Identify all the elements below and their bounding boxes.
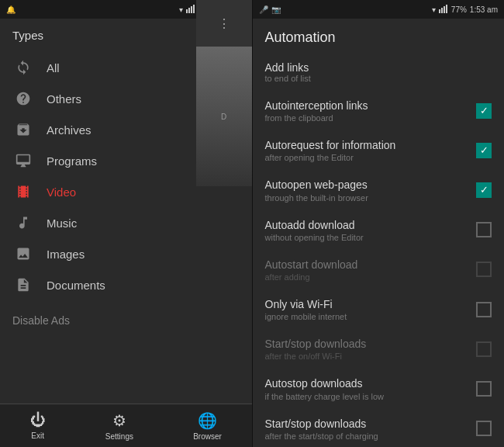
notification-icon: 🔔 [6, 5, 16, 14]
sidebar-item-documents-label: Documents [47, 279, 240, 292]
startstop-wifi-text: Start/stop downloads after the on/off Wi… [265, 337, 471, 361]
startstop-charge-text: Start/stop downloads after the start/sto… [265, 417, 471, 441]
autostart-sub: after adding [265, 272, 471, 282]
disable-ads[interactable]: Disable Ads [0, 303, 252, 338]
photo-icon: 📷 [271, 5, 281, 14]
svg-rect-1 [188, 8, 190, 13]
onlywifi-checkbox[interactable] [476, 302, 492, 317]
autostop-sub: if the battery charge level is low [265, 392, 471, 401]
settings-label: Settings [105, 432, 133, 441]
settings-button[interactable]: ⚙ Settings [105, 411, 133, 441]
startstop-wifi-checkbox [476, 341, 492, 357]
onlywifi-text: Only via Wi-Fi ignore mobile internet [265, 297, 471, 321]
onlywifi-item[interactable]: Only via Wi-Fi ignore mobile internet [253, 289, 505, 329]
autostart-item: Autostart download after adding [253, 250, 505, 289]
autoadd-label: Autoadd download [265, 218, 471, 232]
autointerception-checkbox[interactable] [476, 103, 492, 119]
autointerception-item[interactable]: Autointerception links from the clipboar… [253, 91, 505, 130]
startstop-charge-label: Start/stop downloads [265, 417, 471, 431]
autorequest-label: Autorequest for information [265, 138, 471, 152]
wifi-icon: ▾ [179, 5, 183, 14]
video-icon [12, 184, 34, 199]
question-icon [12, 91, 34, 106]
autoadd-checkbox[interactable] [476, 222, 492, 237]
autostop-label: Autostop downloads [265, 376, 471, 390]
startstop-wifi-sub: after the on/off Wi-Fi [265, 352, 471, 361]
autostart-text: Autostart download after adding [265, 258, 471, 282]
exit-label: Exit [31, 431, 44, 440]
svg-rect-3 [193, 5, 195, 13]
right-signal-icon [439, 4, 448, 15]
svg-rect-6 [444, 6, 445, 13]
add-links-label: Add links [265, 61, 492, 74]
autointerception-text: Autointerception links from the clipboar… [265, 99, 471, 123]
sidebar-item-video-label: Video [47, 185, 240, 199]
autostop-item[interactable]: Autostop downloads if the battery charge… [253, 369, 505, 408]
svg-rect-5 [441, 8, 443, 13]
autostart-label: Autostart download [265, 258, 471, 272]
autorequest-checkbox[interactable] [476, 143, 492, 158]
sidebar-item-images-label: Images [47, 248, 240, 261]
left-status-icons: 🔔 [6, 5, 16, 14]
autostop-text: Autostop downloads if the battery charge… [265, 376, 471, 400]
signal-icon [186, 4, 195, 15]
svg-rect-7 [446, 5, 447, 13]
svg-rect-2 [191, 6, 192, 13]
sidebar-item-images[interactable]: Images [0, 238, 252, 269]
startstop-wifi-item: Start/stop downloads after the on/off Wi… [253, 329, 505, 369]
autoadd-text: Autoadd download without opening the Edi… [265, 218, 471, 242]
more-icon: ⋮ [218, 16, 230, 31]
right-time-text: 1:53 am [470, 5, 498, 14]
autointerception-sub: from the clipboard [265, 113, 471, 123]
autorequest-text: Autorequest for information after openin… [265, 138, 471, 162]
autoopen-checkbox[interactable] [476, 182, 492, 198]
autoadd-sub: without opening the Editor [265, 233, 471, 242]
autoadd-item[interactable]: Autoadd download without opening the Edi… [253, 210, 505, 250]
autostop-checkbox[interactable] [476, 381, 492, 397]
autoopen-label: Autoopen web-pages [265, 178, 471, 192]
types-label: Types [12, 29, 43, 42]
music-icon [12, 215, 34, 230]
add-links-item[interactable]: Add links to end of list [253, 54, 505, 91]
monitor-icon [12, 153, 34, 168]
archive-icon [12, 122, 34, 137]
autostart-checkbox [476, 262, 492, 277]
sidebar-item-documents[interactable]: Documents [0, 269, 252, 300]
add-links-sub: to end of list [265, 74, 492, 83]
onlywifi-label: Only via Wi-Fi [265, 297, 471, 311]
startstop-charge-sub: after the start/stop of charging [265, 431, 471, 441]
browser-label: Browser [193, 432, 222, 441]
image-icon [12, 246, 34, 262]
onlywifi-sub: ignore mobile internet [265, 312, 471, 321]
automation-title: Automation [253, 19, 505, 54]
right-panel: 🎤 📷 ▾ 77% 1:53 am Automation Add links t… [253, 0, 505, 447]
browser-button[interactable]: 🌐 Browser [193, 411, 222, 441]
thumbnail-preview: D [196, 47, 252, 186]
startstop-charge-item[interactable]: Start/stop downloads after the start/sto… [253, 409, 505, 448]
autoopen-text: Autoopen web-pages through the built-in … [265, 178, 471, 202]
autorequest-sub: after opening the Editor [265, 153, 471, 162]
autoopen-sub: through the built-in browser [265, 193, 471, 203]
right-status-right: ▾ 77% 1:53 am [432, 4, 498, 15]
refresh-icon [12, 60, 34, 75]
right-status-icons: 🎤 📷 [259, 5, 281, 14]
more-options-button[interactable]: ⋮ [196, 0, 252, 47]
autoopen-item[interactable]: Autoopen web-pages through the built-in … [253, 170, 505, 210]
autorequest-item[interactable]: Autorequest for information after openin… [253, 130, 505, 170]
autointerception-label: Autointerception links [265, 99, 471, 113]
left-panel: 🔔 ▾ 77% 1:52 am Types ∧ All 1 Others 1 [0, 0, 252, 447]
startstop-charge-checkbox[interactable] [476, 421, 492, 436]
right-battery-text: 77% [451, 5, 467, 14]
automation-list: Add links to end of list Autointerceptio… [253, 54, 505, 447]
document-icon [12, 277, 34, 293]
mic-icon: 🎤 [259, 5, 268, 14]
sidebar-item-music-label: Music [47, 217, 240, 230]
right-wifi-icon: ▾ [432, 5, 436, 14]
bottom-bar: ⏻ Exit ⚙ Settings 🌐 Browser [0, 404, 252, 447]
svg-rect-0 [186, 9, 188, 13]
sidebar-item-music[interactable]: Music [0, 207, 252, 238]
globe-icon: 🌐 [198, 411, 217, 430]
power-icon: ⏻ [30, 411, 46, 429]
gear-icon: ⚙ [112, 411, 126, 430]
exit-button[interactable]: ⏻ Exit [30, 411, 46, 440]
